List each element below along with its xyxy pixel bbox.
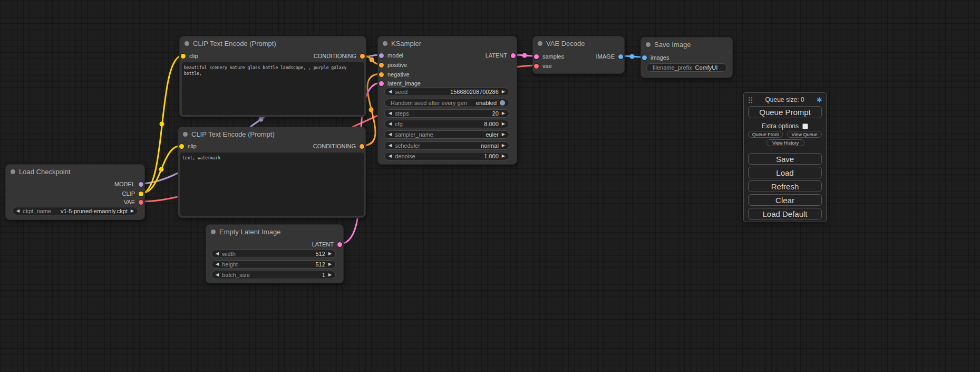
slot-dot[interactable]: [379, 63, 384, 68]
output-slot-model[interactable]: MODEL: [114, 180, 143, 188]
node-save-image[interactable]: Save Image images filename_prefix ComfyU…: [641, 37, 733, 78]
comfyui-canvas[interactable]: { "icons": { "left_arrow": "◀", "right_a…: [0, 0, 980, 372]
decrement-arrow-icon[interactable]: ◀: [389, 90, 392, 94]
queue-prompt-button[interactable]: Queue Prompt: [748, 106, 822, 118]
node-title-bar[interactable]: KSampler: [378, 36, 517, 50]
collapse-dot-icon[interactable]: [211, 230, 216, 234]
slot-dot[interactable]: [179, 144, 184, 149]
node-clip-text-encode-negative[interactable]: CLIP Text Encode (Prompt) clip CONDITION…: [178, 127, 366, 218]
widget-scheduler[interactable]: ◀ scheduler normal ▶: [384, 141, 509, 150]
input-slot-clip[interactable]: clip: [179, 142, 197, 150]
output-slot-latent[interactable]: LATENT: [486, 52, 516, 59]
node-title-bar[interactable]: Save Image: [641, 37, 732, 51]
input-slot-model[interactable]: model: [379, 52, 403, 59]
decrement-arrow-icon[interactable]: ◀: [216, 252, 219, 256]
slot-dot[interactable]: [337, 242, 342, 247]
widget-random-seed-toggle[interactable]: Random seed after every gen enabled: [384, 99, 509, 107]
widget-height[interactable]: ◀ height 512 ▶: [211, 260, 336, 269]
node-clip-text-encode-positive[interactable]: CLIP Text Encode (Prompt) clip CONDITION…: [179, 36, 366, 117]
prompt-textarea[interactable]: text, watermark: [180, 152, 364, 216]
widget-filename-prefix[interactable]: filename_prefix ComfyUI: [646, 63, 727, 72]
load-button[interactable]: Load: [748, 167, 822, 178]
widget-sampler-name[interactable]: ◀ sampler_name euler ▶: [384, 130, 509, 139]
node-title-bar[interactable]: Empty Latent Image: [206, 225, 343, 239]
widget-width[interactable]: ◀ width 512 ▶: [211, 250, 336, 258]
widget-ckpt-name[interactable]: ◀ ckpt_name v1-5-pruned-emaonly.ckpt ▶: [12, 207, 138, 215]
collapse-dot-icon[interactable]: [185, 41, 189, 46]
node-title-bar[interactable]: Load Checkpoint: [6, 165, 144, 178]
node-vae-decode[interactable]: VAE Decode samples vae IMAGE: [532, 36, 625, 74]
slot-dot[interactable]: [139, 182, 143, 187]
slot-dot[interactable]: [139, 200, 143, 205]
widget-seed[interactable]: ◀ seed 156680208700286 ▶: [384, 88, 509, 96]
collapse-dot-icon[interactable]: [383, 41, 387, 46]
slot-dot[interactable]: [534, 54, 539, 59]
slot-dot[interactable]: [534, 64, 539, 69]
input-slot-negative[interactable]: negative: [379, 71, 410, 78]
decrement-arrow-icon[interactable]: ◀: [389, 132, 392, 137]
node-title-bar[interactable]: CLIP Text Encode (Prompt): [180, 36, 366, 50]
decrement-arrow-icon[interactable]: ◀: [389, 154, 392, 158]
collapse-dot-icon[interactable]: [11, 169, 15, 174]
increment-arrow-icon[interactable]: ▶: [502, 111, 505, 116]
settings-gear-icon[interactable]: ✱: [817, 97, 822, 103]
input-slot-images[interactable]: images: [642, 54, 669, 61]
collapse-dot-icon[interactable]: [538, 41, 542, 46]
increment-arrow-icon[interactable]: ▶: [502, 90, 505, 94]
node-empty-latent-image[interactable]: Empty Latent Image LATENT ◀ width 512 ▶ …: [206, 224, 344, 283]
toggle-knob[interactable]: [500, 100, 505, 106]
slot-dot[interactable]: [642, 55, 647, 60]
load-default-button[interactable]: Load Default: [748, 208, 822, 220]
decrement-arrow-icon[interactable]: ◀: [16, 209, 20, 213]
increment-arrow-icon[interactable]: ▶: [502, 154, 505, 158]
node-ksampler[interactable]: KSampler model positive negative latent_…: [377, 36, 517, 165]
output-slot-conditioning[interactable]: CONDITIONING: [313, 142, 364, 150]
increment-arrow-icon[interactable]: ▶: [502, 122, 505, 126]
decrement-arrow-icon[interactable]: ◀: [216, 262, 219, 266]
node-load-checkpoint[interactable]: Load Checkpoint MODEL CLIP VAE ◀ ckpt_na…: [5, 164, 145, 220]
slot-dot[interactable]: [139, 192, 143, 196]
increment-arrow-icon[interactable]: ▶: [328, 262, 332, 266]
save-button[interactable]: Save: [748, 153, 822, 165]
widget-cfg[interactable]: ◀ cfg 8.000 ▶: [384, 120, 509, 128]
slot-dot[interactable]: [360, 144, 364, 149]
input-slot-positive[interactable]: positive: [379, 61, 407, 69]
node-title-bar[interactable]: CLIP Text Encode (Prompt): [178, 127, 365, 141]
decrement-arrow-icon[interactable]: ◀: [389, 144, 392, 148]
increment-arrow-icon[interactable]: ▶: [328, 273, 332, 277]
increment-arrow-icon[interactable]: ▶: [328, 252, 332, 256]
clear-button[interactable]: Clear: [748, 194, 822, 206]
widget-denoise[interactable]: ◀ denoise 1.000 ▶: [384, 152, 509, 160]
output-slot-image[interactable]: IMAGE: [596, 53, 623, 60]
prompt-textarea[interactable]: beautiful scenery nature glass bottle la…: [182, 62, 364, 115]
decrement-arrow-icon[interactable]: ◀: [216, 273, 219, 277]
collapse-dot-icon[interactable]: [183, 132, 188, 137]
drag-handle-icon[interactable]: [748, 97, 753, 103]
increment-arrow-icon[interactable]: ▶: [131, 209, 134, 213]
input-slot-latent-image[interactable]: latent_image: [379, 80, 421, 87]
output-slot-vae[interactable]: VAE: [124, 198, 143, 206]
collapse-dot-icon[interactable]: [646, 42, 651, 47]
widget-steps[interactable]: ◀ steps 20 ▶: [384, 109, 509, 118]
slot-dot[interactable]: [181, 54, 186, 59]
slot-dot[interactable]: [511, 53, 516, 58]
slot-dot[interactable]: [618, 54, 623, 59]
slot-dot[interactable]: [379, 53, 384, 58]
decrement-arrow-icon[interactable]: ◀: [389, 122, 392, 126]
increment-arrow-icon[interactable]: ▶: [502, 144, 505, 148]
slot-dot[interactable]: [379, 72, 384, 77]
output-slot-clip[interactable]: CLIP: [122, 190, 143, 197]
refresh-button[interactable]: Refresh: [748, 180, 822, 192]
decrement-arrow-icon[interactable]: ◀: [389, 111, 392, 116]
queue-front-button[interactable]: Queue Front: [748, 131, 783, 138]
widget-batch-size[interactable]: ◀ batch_size 1 ▶: [211, 271, 336, 279]
node-title-bar[interactable]: VAE Decode: [533, 36, 624, 50]
slot-dot[interactable]: [379, 81, 384, 86]
increment-arrow-icon[interactable]: ▶: [502, 132, 505, 137]
input-slot-vae[interactable]: vae: [534, 62, 552, 70]
input-slot-clip[interactable]: clip: [181, 52, 198, 60]
output-slot-conditioning[interactable]: CONDITIONING: [314, 52, 365, 60]
input-slot-samples[interactable]: samples: [534, 53, 564, 60]
view-history-button[interactable]: View History: [766, 139, 804, 146]
output-slot-latent[interactable]: LATENT: [312, 241, 342, 248]
